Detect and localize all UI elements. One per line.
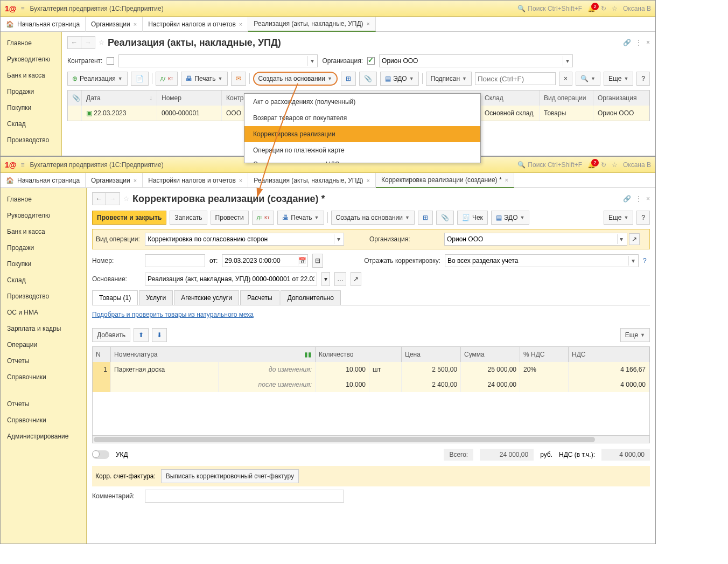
dd-correction[interactable]: Корректировка реализации <box>244 126 480 142</box>
org-checkbox[interactable] <box>367 57 375 65</box>
global-search[interactable]: 🔍 Поиск Ctrl+Shift+F <box>517 5 582 12</box>
sidebar-reports[interactable]: Отчеты <box>1 353 86 369</box>
close-icon[interactable]: × <box>239 177 242 184</box>
korr-invoice-button[interactable]: Выписать корректировочный счет-фактуру <box>161 469 299 483</box>
help-button[interactable]: ? <box>636 211 650 225</box>
sidebar-purchases[interactable]: Покупки <box>1 256 86 272</box>
comment-input[interactable] <box>145 490 344 503</box>
table-row-after[interactable]: после изменения: 10,000 2 400,00 24 000,… <box>93 377 649 392</box>
sidebar-warehouse[interactable]: Склад <box>1 272 86 288</box>
check-goods-link[interactable]: Подобрать и проверить товары из натураль… <box>92 311 254 318</box>
dd-return-goods[interactable]: Возврат товаров от покупателя <box>244 110 480 126</box>
edo-button[interactable]: ▤ЭДО▼ <box>491 211 530 225</box>
close-icon[interactable]: × <box>134 177 137 184</box>
more-button[interactable]: Еще▼ <box>604 211 633 225</box>
help-link[interactable]: ? <box>643 257 647 264</box>
record-button[interactable]: Записать <box>170 211 207 225</box>
user-name[interactable]: Оксана В <box>623 5 651 12</box>
tab-organizations[interactable]: Организации× <box>86 173 143 188</box>
kontragent-select[interactable]: ▾ <box>118 54 318 67</box>
sidebar-assets[interactable]: ОС и НМА <box>1 304 86 321</box>
attach-button[interactable]: 📎 <box>436 211 454 225</box>
history-icon[interactable]: ↻ <box>601 161 606 169</box>
vid-select[interactable]: Корректировка по согласованию сторон▾ <box>145 233 344 246</box>
close-icon[interactable]: × <box>646 39 650 46</box>
more-icon[interactable]: ⋮ <box>635 39 642 46</box>
favorite-icon[interactable]: ☆ <box>612 5 618 12</box>
favorite-star-icon[interactable]: ☆ <box>99 39 104 46</box>
close-icon[interactable]: × <box>239 21 242 27</box>
sidebar-sales[interactable]: Продажи <box>1 83 61 100</box>
col-date[interactable]: Дата↓ <box>82 90 157 106</box>
dt-kt-button[interactable]: ДтКт <box>156 72 178 86</box>
print-button[interactable]: 🖶Печать▼ <box>181 72 227 86</box>
calendar-icon[interactable]: 📅 <box>298 256 306 266</box>
link-icon[interactable]: 🔗 <box>623 39 631 46</box>
barcode-icon[interactable]: ▮▮ <box>304 351 312 358</box>
org-select[interactable]: Орион ООО▾ <box>379 54 573 67</box>
kontragent-checkbox[interactable] <box>107 57 114 65</box>
tab-correction[interactable]: Корректировка реализации (создание) *× <box>376 173 514 188</box>
sidebar-production[interactable]: Производство <box>1 132 61 148</box>
user-name[interactable]: Оксана В <box>623 161 651 169</box>
search-input[interactable] <box>475 72 556 85</box>
sidebar-refs2[interactable]: Справочники <box>1 412 86 428</box>
basis-select[interactable]: Реализация (акт, накладная, УПД) 0000-00… <box>145 273 317 286</box>
col-attach[interactable]: 📎 <box>68 90 82 106</box>
tab-calc[interactable]: Расчеты <box>240 290 279 305</box>
sidebar-main[interactable]: Главное <box>1 35 61 51</box>
mail-button[interactable]: ✉ <box>231 72 246 86</box>
signed-button[interactable]: Подписан▼ <box>426 72 472 86</box>
sidebar-refs[interactable]: Справочники <box>1 369 86 385</box>
tab-realization[interactable]: Реализация (акты, накладные, УПД)× <box>248 173 376 188</box>
register-button[interactable]: ⊞ <box>418 211 433 225</box>
dd-vat[interactable]: Отражение начисления НДС <box>244 158 480 163</box>
tab-realization[interactable]: Реализация (акты, накладные, УПД)× <box>248 17 376 32</box>
notification-icon[interactable]: 🔔2 <box>587 161 596 169</box>
favorite-icon[interactable]: ☆ <box>612 161 618 169</box>
sidebar-operations[interactable]: Операции <box>1 337 86 353</box>
move-up-button[interactable]: ⬆ <box>134 328 149 342</box>
sidebar-production[interactable]: Производство <box>1 288 86 304</box>
post-close-button[interactable]: Провести и закрыть <box>92 211 166 225</box>
col-price[interactable]: Цена <box>402 347 461 362</box>
post-button[interactable]: Провести <box>211 211 249 225</box>
col-n[interactable]: N <box>93 347 111 362</box>
more-button[interactable]: Еще▼ <box>620 328 650 342</box>
dd-discrepancy-act[interactable]: Акт о расхождениях (полученный) <box>244 94 480 110</box>
more-icon[interactable]: ⋮ <box>635 195 642 203</box>
tab-extra[interactable]: Дополнительно <box>281 290 341 305</box>
basis-dots-button[interactable]: … <box>334 272 346 286</box>
sidebar-payroll[interactable]: Зарплата и кадры <box>1 321 86 337</box>
nav-back-button[interactable]: ← <box>67 36 81 49</box>
col-num[interactable]: Номер <box>157 90 222 106</box>
basis-dd-button[interactable]: ▾ <box>321 272 330 286</box>
notification-icon[interactable]: 🔔2 <box>587 5 596 12</box>
tab-organizations[interactable]: Организации× <box>86 17 143 32</box>
org-select[interactable]: Орион ООО▾ <box>444 233 627 246</box>
ukd-toggle[interactable] <box>92 450 109 459</box>
realization-button[interactable]: ⊕Реализация▼ <box>67 72 128 86</box>
h-scrollbar[interactable] <box>93 435 649 443</box>
tab-home[interactable]: 🏠Начальная страница <box>1 173 86 188</box>
close-icon[interactable]: × <box>646 195 650 203</box>
num-input[interactable] <box>145 254 205 267</box>
tab-agent[interactable]: Агентские услуги <box>174 290 239 305</box>
dd-card-op[interactable]: Операция по платежной карте <box>244 142 480 158</box>
col-sum[interactable]: Сумма <box>461 347 520 362</box>
date-extra-button[interactable]: ⊟ <box>312 254 323 268</box>
close-icon[interactable]: × <box>505 177 508 183</box>
history-icon[interactable]: ↻ <box>601 5 606 12</box>
basis-open-button[interactable]: ↗ <box>351 272 361 286</box>
col-qty[interactable]: Количество <box>316 347 402 362</box>
nav-fwd-button[interactable]: → <box>81 36 95 49</box>
sidebar-sales[interactable]: Продажи <box>1 240 86 256</box>
org-open-button[interactable]: ↗ <box>629 233 640 245</box>
more-button[interactable]: Еще▼ <box>604 72 633 86</box>
move-down-button[interactable]: ⬇ <box>152 328 167 342</box>
nav-fwd-button[interactable]: → <box>106 192 120 205</box>
col-vat[interactable]: НДС <box>569 347 649 362</box>
global-search[interactable]: 🔍 Поиск Ctrl+Shift+F <box>517 161 582 169</box>
reflect-select[interactable]: Во всех разделах учета▾ <box>445 254 639 267</box>
check-button[interactable]: 🧾Чек <box>457 211 488 225</box>
